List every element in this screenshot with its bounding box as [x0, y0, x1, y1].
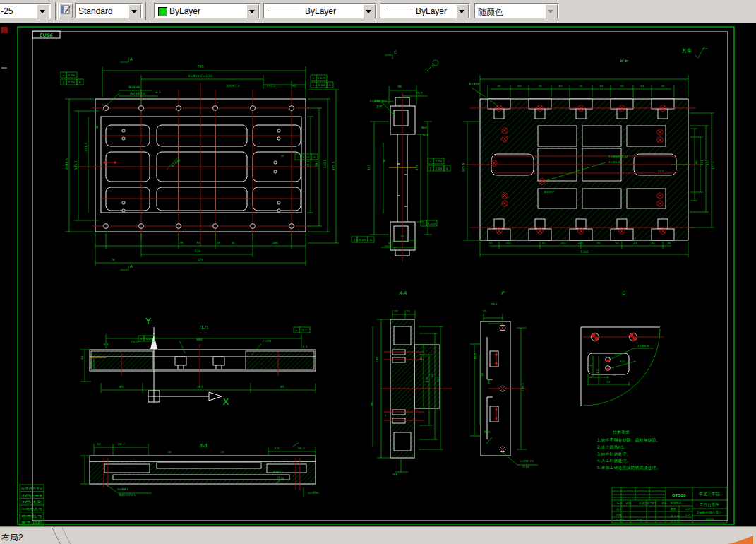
svg-text:0.1: 0.1 [302, 329, 307, 332]
svg-text:比例: 比例 [685, 507, 691, 511]
svg-text:A: A [329, 83, 331, 87]
svg-text:30: 30 [280, 154, 284, 158]
chevron-down-icon [545, 4, 558, 18]
svg-text:85: 85 [119, 385, 124, 389]
chevron-down-icon[interactable] [128, 4, 141, 18]
toolbar-separator [145, 2, 148, 20]
svg-text:Φ10K7: Φ10K7 [273, 470, 283, 473]
svg-text:Φ24H8: Φ24H8 [128, 85, 140, 89]
svg-text:深12: 深12 [277, 476, 284, 480]
drawing-canvas[interactable]: EU06 其余 [0, 23, 756, 526]
svg-text:98: 98 [397, 85, 402, 88]
svg-text:297: 297 [315, 161, 318, 167]
svg-text:Φ64: Φ64 [421, 126, 428, 129]
svg-text:2×Φ8锥销孔: 2×Φ8锥销孔 [370, 99, 388, 102]
zone-label: EU06 [40, 32, 54, 38]
tab-slant [52, 528, 80, 544]
margin-glyph [1, 27, 8, 33]
svg-text:Φ48: Φ48 [423, 133, 429, 136]
svg-text:6.3: 6.3 [104, 343, 109, 346]
text-style-button[interactable] [59, 3, 73, 18]
chevron-down-icon[interactable] [37, 4, 49, 18]
svg-text:2×Φ6.6: 2×Φ6.6 [637, 344, 649, 348]
chevron-down-icon[interactable] [363, 4, 376, 18]
chevron-down-icon[interactable] [456, 4, 469, 18]
svg-text:1.铸件不得有砂眼、疏松等缺陷。: 1.铸件不得有砂眼、疏松等缺陷。 [597, 437, 661, 443]
svg-text:第 1 张: 第 1 张 [671, 519, 680, 523]
svg-text:21.5: 21.5 [596, 369, 599, 375]
svg-text:3.铸件时效处理。: 3.铸件时效处理。 [597, 451, 631, 457]
svg-text:344: 344 [196, 338, 203, 341]
svg-text:共 1 张: 共 1 张 [671, 514, 680, 518]
surface-note: 其余 [682, 48, 692, 54]
svg-text:重量: 重量 [671, 507, 676, 511]
toolbar-separator [150, 2, 152, 20]
svg-text:64: 64 [616, 241, 619, 244]
svg-text:标记: 标记 [616, 502, 623, 505]
svg-text:2×Φ8.5: 2×Φ8.5 [117, 487, 128, 491]
svg-text:40: 40 [231, 241, 235, 244]
svg-text:4.人工时效处理。: 4.人工时效处理。 [597, 458, 631, 463]
svg-text:B: B [79, 81, 81, 84]
svg-text:50: 50 [400, 235, 404, 238]
cad-drawing[interactable]: EU06 其余 [0, 23, 756, 526]
color-value: ByLayer [169, 6, 200, 16]
svg-text:技术要求: 技术要求 [612, 430, 630, 435]
svg-text:W24深7.5: W24深7.5 [130, 92, 145, 95]
svg-text:320.5: 320.5 [323, 159, 327, 168]
plot-style-value: 随颜色 [478, 6, 503, 18]
dim-style-combo[interactable]: -25 [0, 3, 51, 18]
linetype-combo[interactable]: ByLayer [263, 3, 377, 18]
svg-text:40: 40 [539, 84, 542, 88]
svg-text:10.2: 10.2 [615, 353, 621, 356]
svg-text:146: 146 [425, 377, 428, 382]
color-swatch [158, 7, 167, 16]
svg-text:40: 40 [580, 84, 583, 88]
svg-text:325.5: 325.5 [74, 160, 78, 170]
svg-text:230: 230 [415, 165, 419, 171]
text-style-value: Standard [78, 6, 113, 16]
svg-text:10: 10 [221, 450, 224, 454]
color-combo[interactable]: ByLayer [154, 3, 260, 18]
svg-text:34: 34 [542, 241, 546, 244]
svg-text:40: 40 [498, 84, 501, 88]
svg-text:64: 64 [518, 84, 522, 88]
svg-text:64: 64 [600, 84, 604, 88]
svg-text:7: 7 [385, 414, 387, 418]
svg-text:20: 20 [394, 309, 398, 313]
svg-text:188: 188 [376, 357, 379, 362]
section-label: A-A [399, 290, 407, 296]
svg-text:260: 260 [272, 241, 278, 244]
lineweight-value: ByLayer [416, 6, 447, 16]
linetype-glyph [268, 11, 299, 11]
svg-text:45: 45 [292, 84, 296, 88]
lineweight-combo[interactable]: ByLayer [380, 3, 470, 18]
svg-text:2040.5: 2040.5 [65, 158, 68, 170]
svg-text:82: 82 [480, 372, 484, 376]
svg-text:0.04: 0.04 [68, 73, 76, 77]
section-label: D-D [199, 325, 208, 331]
svg-text:30: 30 [489, 241, 493, 244]
chevron-down-icon[interactable] [246, 4, 259, 18]
svg-text:6.3: 6.3 [155, 90, 160, 94]
layout-tab-label: 布局2 [1, 532, 23, 544]
svg-text:29.5: 29.5 [306, 160, 310, 167]
svg-text:M8: M8 [393, 473, 398, 476]
lineweight-glyph [385, 11, 410, 11]
svg-text:0.04: 0.04 [436, 160, 443, 163]
svg-text:0.045: 0.045 [318, 76, 326, 80]
org-name: 中北工学院 [699, 491, 720, 497]
status-bar: 布局2 [0, 526, 756, 544]
svg-text:旧底图总号: 旧底图总号 [21, 507, 43, 511]
svg-text:38.2: 38.2 [491, 302, 498, 306]
svg-text:2×M8: 2×M8 [263, 339, 272, 343]
svg-text:520: 520 [195, 249, 201, 253]
text-style-combo[interactable]: Standard [75, 3, 143, 18]
svg-text:A: A [446, 167, 448, 170]
svg-text:R6.3: R6.3 [118, 442, 125, 446]
svg-text:20: 20 [482, 309, 486, 313]
svg-text:0.03: 0.03 [359, 238, 366, 242]
svg-text:101.5: 101.5 [84, 142, 88, 151]
svg-text:16: 16 [589, 364, 592, 367]
svg-text:29.7: 29.7 [416, 91, 423, 95]
